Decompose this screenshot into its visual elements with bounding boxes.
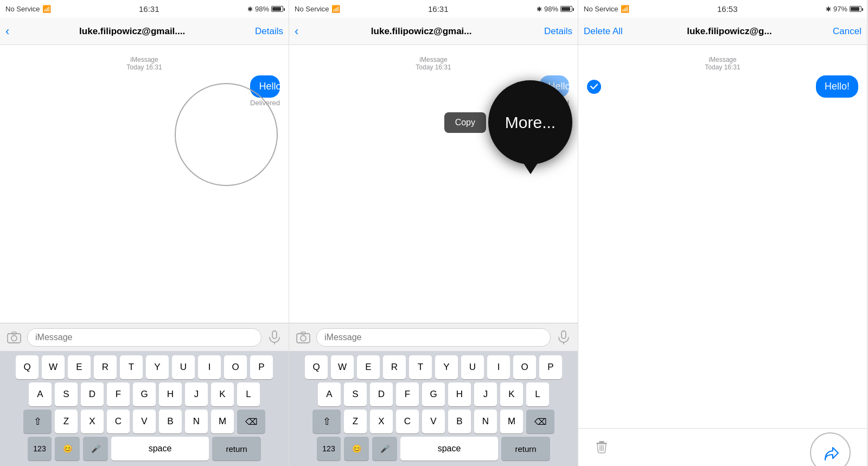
key-b-2[interactable]: B — [448, 410, 471, 433]
key-w-2[interactable]: W — [331, 355, 354, 379]
messages-area-3: iMessageToday 16:31 Hello! — [578, 45, 867, 428]
key-o-2[interactable]: O — [513, 355, 536, 379]
key-p-1[interactable]: P — [250, 355, 273, 379]
camera-button-2[interactable] — [295, 329, 312, 346]
key-v-2[interactable]: V — [422, 410, 445, 433]
key-space-1[interactable]: space — [111, 437, 209, 461]
cancel-button-3[interactable]: Cancel — [833, 26, 861, 37]
key-m-2[interactable]: M — [500, 410, 523, 433]
key-x-2[interactable]: X — [370, 410, 393, 433]
message-input-1[interactable] — [27, 328, 261, 347]
key-s-1[interactable]: S — [55, 382, 78, 406]
key-q-2[interactable]: Q — [305, 355, 328, 379]
key-t-2[interactable]: T — [409, 355, 432, 379]
key-w-1[interactable]: W — [42, 355, 65, 379]
key-a-2[interactable]: A — [318, 382, 341, 406]
key-i-2[interactable]: I — [487, 355, 510, 379]
key-shift-1[interactable]: ⇧ — [23, 410, 52, 433]
key-space-2[interactable]: space — [400, 437, 498, 461]
key-l-1[interactable]: L — [237, 382, 260, 406]
key-emoji-2[interactable]: 😊 — [344, 437, 369, 461]
key-i-1[interactable]: I — [198, 355, 221, 379]
key-f-2[interactable]: F — [396, 382, 419, 406]
time-3: 16:53 — [717, 4, 738, 14]
key-p-2[interactable]: P — [539, 355, 562, 379]
details-button-2[interactable]: Details — [544, 26, 572, 37]
key-d-2[interactable]: D — [370, 382, 393, 406]
key-l-2[interactable]: L — [526, 382, 549, 406]
wifi-icon-3: 📶 — [621, 5, 629, 13]
key-n-2[interactable]: N — [474, 410, 497, 433]
key-u-1[interactable]: U — [172, 355, 195, 379]
delete-all-button-3[interactable]: Delete All — [584, 26, 623, 37]
key-e-2[interactable]: E — [357, 355, 380, 379]
panel-1: No Service 📶 16:31 ✱ 98% ‹ luke.filipowi… — [0, 0, 289, 466]
key-mic-2[interactable]: 🎤 — [372, 437, 397, 461]
key-backspace-2[interactable]: ⌫ — [526, 410, 554, 433]
back-button-2[interactable]: ‹ — [295, 25, 298, 37]
svg-rect-7 — [301, 332, 305, 334]
key-h-1[interactable]: H — [159, 382, 182, 406]
key-z-1[interactable]: Z — [55, 410, 78, 433]
key-b-1[interactable]: B — [159, 410, 182, 433]
key-mic-1[interactable]: 🎤 — [83, 437, 108, 461]
key-g-2[interactable]: G — [422, 382, 445, 406]
bottom-toolbar-3 — [578, 428, 867, 466]
key-y-2[interactable]: Y — [435, 355, 458, 379]
message-row-3[interactable]: Hello! — [587, 75, 858, 98]
key-r-1[interactable]: R — [94, 355, 117, 379]
key-m-1[interactable]: M — [211, 410, 234, 433]
more-button-2[interactable]: More... — [488, 80, 572, 164]
copy-button-2[interactable]: Copy — [444, 112, 486, 133]
key-backspace-1[interactable]: ⌫ — [237, 410, 265, 433]
key-c-1[interactable]: C — [107, 410, 130, 433]
keyboard-row-3-2: ⇧ Z X C V B N M ⌫ — [291, 410, 576, 433]
key-k-1[interactable]: K — [211, 382, 234, 406]
key-return-1[interactable]: return — [212, 437, 261, 461]
key-a-1[interactable]: A — [29, 382, 52, 406]
input-area-2 — [289, 323, 578, 351]
key-y-1[interactable]: Y — [146, 355, 169, 379]
key-e-1[interactable]: E — [68, 355, 91, 379]
key-d-1[interactable]: D — [81, 382, 104, 406]
key-c-2[interactable]: C — [396, 410, 419, 433]
input-area-1 — [0, 323, 289, 351]
key-v-1[interactable]: V — [133, 410, 156, 433]
battery-percent-2: 98% — [544, 5, 558, 13]
key-j-1[interactable]: J — [185, 382, 208, 406]
key-o-1[interactable]: O — [224, 355, 247, 379]
trash-button-3[interactable] — [595, 437, 609, 457]
forward-button-3[interactable] — [810, 432, 851, 466]
camera-button-1[interactable] — [5, 329, 23, 346]
context-menu-2: Copy More... — [289, 75, 578, 164]
selection-checkmark-3[interactable] — [587, 80, 601, 94]
details-button-1[interactable]: Details — [255, 26, 283, 37]
back-button-1[interactable]: ‹ — [5, 25, 9, 37]
key-q-1[interactable]: Q — [16, 355, 39, 379]
key-k-2[interactable]: K — [500, 382, 523, 406]
keyboard-row-1-1: Q W E R T Y U I O P — [2, 355, 286, 379]
key-s-2[interactable]: S — [344, 382, 367, 406]
key-emoji-1[interactable]: 😊 — [55, 437, 80, 461]
key-123-2[interactable]: 123 — [317, 437, 341, 461]
key-h-2[interactable]: H — [448, 382, 471, 406]
battery-icon-3 — [850, 6, 861, 12]
key-r-2[interactable]: R — [383, 355, 406, 379]
more-button-container-2: More... — [488, 80, 572, 164]
mic-button-2[interactable] — [555, 329, 572, 346]
key-j-2[interactable]: J — [474, 382, 497, 406]
key-f-1[interactable]: F — [107, 382, 130, 406]
message-input-2[interactable] — [316, 328, 551, 347]
mic-button-1[interactable] — [266, 329, 283, 346]
key-g-1[interactable]: G — [133, 382, 156, 406]
keyboard-1: Q W E R T Y U I O P A S D F G H J K L ⇧ … — [0, 351, 289, 466]
key-shift-2[interactable]: ⇧ — [312, 410, 341, 433]
key-t-1[interactable]: T — [120, 355, 143, 379]
timestamp-1: iMessageToday 16:31 — [9, 56, 280, 71]
key-return-2[interactable]: return — [501, 437, 550, 461]
key-123-1[interactable]: 123 — [28, 437, 52, 461]
key-x-1[interactable]: X — [81, 410, 104, 433]
key-z-2[interactable]: Z — [344, 410, 367, 433]
key-u-2[interactable]: U — [461, 355, 484, 379]
key-n-1[interactable]: N — [185, 410, 208, 433]
